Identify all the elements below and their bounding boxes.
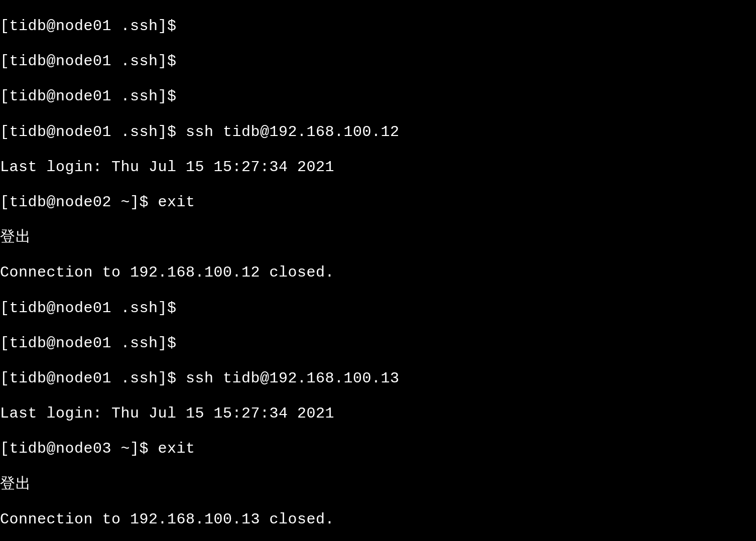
terminal-line: Last login: Thu Jul 15 15:27:34 2021 bbox=[0, 405, 756, 423]
terminal-line: [tidb@node01 .ssh]$ ssh tidb@192.168.100… bbox=[0, 123, 756, 141]
terminal-line: Connection to 192.168.100.13 closed. bbox=[0, 511, 756, 528]
terminal-line: [tidb@node01 .ssh]$ bbox=[0, 88, 756, 105]
terminal-line: [tidb@node03 ~]$ exit bbox=[0, 440, 756, 458]
terminal-line: [tidb@node01 .ssh]$ bbox=[0, 335, 756, 352]
terminal-line: 登出 bbox=[0, 476, 756, 493]
terminal-line: [tidb@node01 .ssh]$ bbox=[0, 18, 756, 35]
terminal-line: 登出 bbox=[0, 229, 756, 246]
terminal-window[interactable]: [tidb@node01 .ssh]$ [tidb@node01 .ssh]$ … bbox=[0, 0, 756, 541]
terminal-line: Connection to 192.168.100.12 closed. bbox=[0, 264, 756, 282]
terminal-line: [tidb@node02 ~]$ exit bbox=[0, 194, 756, 211]
terminal-line: [tidb@node01 .ssh]$ bbox=[0, 300, 756, 317]
terminal-line: [tidb@node01 .ssh]$ bbox=[0, 53, 756, 70]
terminal-line: Last login: Thu Jul 15 15:27:34 2021 bbox=[0, 159, 756, 176]
terminal-line: [tidb@node01 .ssh]$ ssh tidb@192.168.100… bbox=[0, 370, 756, 387]
